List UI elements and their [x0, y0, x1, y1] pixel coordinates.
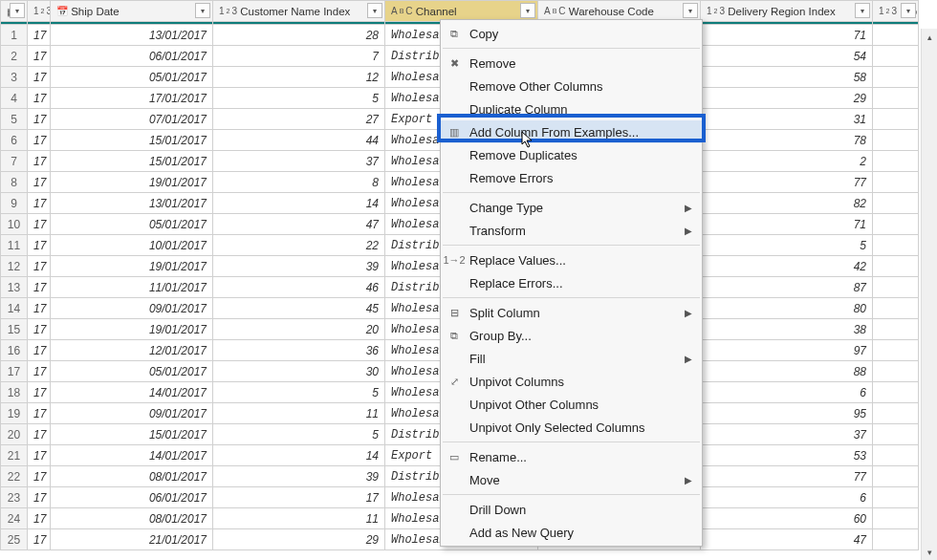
menu-item-remove-other-columns[interactable]: Remove Other Columns — [441, 75, 702, 97]
cell-ship-date[interactable]: 05/01/2017 — [51, 214, 213, 235]
cell-pro[interactable] — [873, 130, 919, 151]
cell-ship-date[interactable]: 11/01/2017 — [51, 277, 213, 298]
cell-ship-date[interactable]: 08/01/2017 — [51, 466, 213, 487]
cell[interactable]: 17 — [28, 88, 51, 109]
cell-customer-index[interactable]: 39 — [213, 466, 385, 487]
cell-pro[interactable] — [873, 424, 919, 445]
row-number[interactable]: 19 — [1, 403, 28, 424]
cell[interactable]: 17 — [28, 340, 51, 361]
row-number[interactable]: 20 — [1, 424, 28, 445]
menu-item-replace-values[interactable]: 1→2Replace Values... — [441, 248, 702, 271]
cell-delivery-index[interactable]: 6 — [701, 382, 873, 403]
cell-pro[interactable] — [873, 88, 919, 109]
cell[interactable]: 17 — [28, 109, 51, 130]
row-number[interactable]: 1 — [1, 25, 28, 46]
cell[interactable]: 17 — [28, 256, 51, 277]
cell-customer-index[interactable]: 37 — [213, 151, 385, 172]
cell[interactable]: 17 — [28, 403, 51, 424]
menu-item-transform[interactable]: Transform▶ — [441, 219, 702, 242]
column-header-col0[interactable]: ▦▾ — [1, 1, 28, 22]
cell[interactable]: 17 — [28, 319, 51, 340]
row-number[interactable]: 22 — [1, 466, 28, 487]
menu-item-unpivot-other-columns[interactable]: Unpivot Other Columns — [441, 393, 702, 416]
cell-ship-date[interactable]: 07/01/2017 — [51, 109, 213, 130]
cell-ship-date[interactable]: 09/01/2017 — [51, 403, 213, 424]
cell-pro[interactable] — [873, 235, 919, 256]
dropdown-icon[interactable]: ▾ — [683, 3, 698, 18]
cell-pro[interactable] — [873, 466, 919, 487]
cell-ship-date[interactable]: 06/01/2017 — [51, 487, 213, 508]
cell-pro[interactable] — [873, 319, 919, 340]
row-number[interactable]: 7 — [1, 151, 28, 172]
cell-ship-date[interactable]: 14/01/2017 — [51, 445, 213, 466]
cell-ship-date[interactable]: 19/01/2017 — [51, 319, 213, 340]
cell-delivery-index[interactable]: 78 — [701, 130, 873, 151]
menu-item-remove[interactable]: ✖Remove — [441, 52, 702, 75]
cell-delivery-index[interactable]: 53 — [701, 445, 873, 466]
menu-item-drill-down[interactable]: Drill Down — [441, 498, 702, 521]
cell-ship-date[interactable]: 06/01/2017 — [51, 46, 213, 67]
cell-delivery-index[interactable]: 97 — [701, 340, 873, 361]
cell-delivery-index[interactable]: 6 — [701, 487, 873, 508]
cell-pro[interactable] — [873, 172, 919, 193]
menu-item-fill[interactable]: Fill▶ — [441, 347, 702, 370]
row-number[interactable]: 3 — [1, 67, 28, 88]
dropdown-icon[interactable]: ▾ — [520, 3, 535, 18]
cell-customer-index[interactable]: 5 — [213, 382, 385, 403]
cell-delivery-index[interactable]: 58 — [701, 67, 873, 88]
menu-item-unpivot-columns[interactable]: ⤢Unpivot Columns — [441, 370, 702, 393]
column-header-customer-name-index[interactable]: 123 Customer Name Index▾ — [213, 1, 385, 22]
cell-delivery-index[interactable]: 5 — [701, 235, 873, 256]
cell-pro[interactable] — [873, 508, 919, 529]
row-number[interactable]: 25 — [1, 529, 28, 550]
menu-item-rename[interactable]: ▭Rename... — [441, 445, 702, 468]
cell-pro[interactable] — [873, 340, 919, 361]
cell-customer-index[interactable]: 30 — [213, 361, 385, 382]
row-number[interactable]: 5 — [1, 109, 28, 130]
column-header-ship-date[interactable]: 📅 Ship Date▾ — [51, 1, 213, 22]
cell-pro[interactable] — [873, 445, 919, 466]
cell-customer-index[interactable]: 36 — [213, 340, 385, 361]
menu-item-duplicate-column[interactable]: Duplicate Column — [441, 97, 702, 120]
cell-ship-date[interactable]: 05/01/2017 — [51, 67, 213, 88]
cell-ship-date[interactable]: 19/01/2017 — [51, 256, 213, 277]
cell-ship-date[interactable]: 17/01/2017 — [51, 88, 213, 109]
cell-delivery-index[interactable]: 29 — [701, 88, 873, 109]
cell-customer-index[interactable]: 14 — [213, 193, 385, 214]
cell-ship-date[interactable]: 12/01/2017 — [51, 340, 213, 361]
cell-ship-date[interactable]: 10/01/2017 — [51, 235, 213, 256]
scroll-down-icon[interactable]: ▾ — [922, 544, 937, 560]
cell-ship-date[interactable]: 13/01/2017 — [51, 193, 213, 214]
cell-ship-date[interactable]: 13/01/2017 — [51, 25, 213, 46]
cell[interactable]: 17 — [28, 172, 51, 193]
menu-item-split-column[interactable]: ⊟Split Column▶ — [441, 301, 702, 324]
row-number[interactable]: 23 — [1, 487, 28, 508]
column-header-pro[interactable]: 123 Pro▾ — [873, 1, 919, 22]
cell-customer-index[interactable]: 5 — [213, 88, 385, 109]
cell-pro[interactable] — [873, 277, 919, 298]
cell-delivery-index[interactable]: 87 — [701, 277, 873, 298]
row-number[interactable]: 11 — [1, 235, 28, 256]
cell[interactable]: 17 — [28, 25, 51, 46]
menu-item-add-as-new-query[interactable]: Add as New Query — [441, 521, 702, 544]
dropdown-icon[interactable]: ▾ — [195, 3, 210, 18]
cell-pro[interactable] — [873, 361, 919, 382]
cell-customer-index[interactable]: 46 — [213, 277, 385, 298]
row-number[interactable]: 18 — [1, 382, 28, 403]
cell-customer-index[interactable]: 45 — [213, 298, 385, 319]
cell-customer-index[interactable]: 5 — [213, 424, 385, 445]
cell-ship-date[interactable]: 19/01/2017 — [51, 172, 213, 193]
cell-customer-index[interactable]: 47 — [213, 214, 385, 235]
cell-delivery-index[interactable]: 60 — [701, 508, 873, 529]
cell-pro[interactable] — [873, 298, 919, 319]
cell[interactable]: 17 — [28, 130, 51, 151]
cell-delivery-index[interactable]: 71 — [701, 25, 873, 46]
cell-delivery-index[interactable]: 42 — [701, 256, 873, 277]
cell-ship-date[interactable]: 15/01/2017 — [51, 424, 213, 445]
row-number[interactable]: 4 — [1, 88, 28, 109]
cell[interactable]: 17 — [28, 46, 51, 67]
cell-pro[interactable] — [873, 193, 919, 214]
cell-pro[interactable] — [873, 256, 919, 277]
cell[interactable]: 17 — [28, 298, 51, 319]
cell-pro[interactable] — [873, 67, 919, 88]
